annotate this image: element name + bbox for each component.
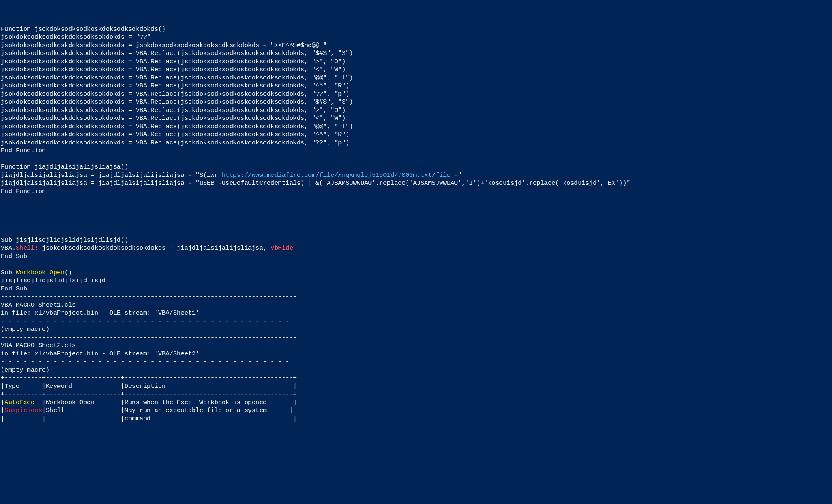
- code-segment: End Function: [1, 188, 46, 195]
- code-segment: AutoExec: [5, 399, 35, 406]
- code-segment: Sub: [1, 269, 16, 276]
- terminal-line: (empty macro): [1, 366, 831, 375]
- terminal-line: End Sub: [1, 253, 831, 261]
- terminal-line: [1, 220, 831, 228]
- terminal-line: Sub Workbook_Open(): [1, 269, 831, 277]
- code-segment: jiajdljalsijalijsliajsa = jiajdljalsijal…: [1, 172, 222, 179]
- code-segment: (empty macro): [1, 326, 50, 333]
- code-segment: |Workbook_Open |Runs when the Excel Work…: [35, 399, 297, 406]
- terminal-line: jsokdoksodksodkoskdoksodksokdokds = VBA.…: [1, 50, 831, 58]
- code-segment: Shell!: [16, 245, 38, 252]
- terminal-line: - - - - - - - - - - - - - - - - - - - - …: [1, 358, 831, 366]
- code-segment: jiajdljalsijalijsliajsa = jiajdljalsijal…: [1, 180, 630, 187]
- terminal-line: ----------------------------------------…: [1, 293, 831, 301]
- code-segment: | | |command |: [1, 415, 297, 422]
- code-segment: VBA MACRO Sheet2.cls: [1, 342, 76, 349]
- code-segment: jsokdoksodksodkoskdoksodksokdokds = VBA.…: [1, 115, 345, 122]
- code-segment: jsokdoksodksodkoskdoksodksokdokds + jiaj…: [38, 245, 271, 252]
- terminal-output: Function jsokdoksodksodkoskdoksodksokdok…: [1, 25, 831, 423]
- terminal-line: [1, 196, 831, 204]
- terminal-line: | | |command |: [1, 415, 831, 423]
- code-segment: jsokdoksodksodkoskdoksodksokdokds = VBA.…: [1, 82, 349, 89]
- code-segment: jsokdoksodksodkoskdoksodksokdokds = VBA.…: [1, 66, 345, 73]
- code-segment: ----------------------------------------…: [1, 334, 297, 341]
- code-segment: VBA.: [1, 245, 16, 252]
- terminal-line: |Suspicious|Shell |May run an executable…: [1, 407, 831, 415]
- terminal-line: |AutoExec |Workbook_Open |Runs when the …: [1, 399, 831, 407]
- terminal-line: End Function: [1, 147, 831, 155]
- terminal-line: VBA.Shell! jsokdoksodksodkoskdoksodksokd…: [1, 244, 831, 253]
- code-segment: jsokdoksodksodkoskdoksodksokdokds = VBA.…: [1, 91, 349, 98]
- terminal-line: [1, 261, 831, 269]
- code-segment: jsokdoksodksodkoskdoksodksokdokds = VBA.…: [1, 74, 353, 82]
- code-segment: jsokdoksodksodkoskdoksodksokdokds = VBA.…: [1, 107, 345, 114]
- terminal-line: jsokdoksodksodkoskdoksodksokdokds = VBA.…: [1, 74, 831, 82]
- terminal-line: [1, 228, 831, 236]
- code-segment: |: [1, 399, 5, 406]
- code-segment: End Function: [1, 147, 46, 154]
- terminal-line: jsokdoksodksodkoskdoksodksokdokds = VBA.…: [1, 107, 831, 115]
- terminal-line: +----------+--------------------+-------…: [1, 374, 831, 382]
- terminal-line: jsokdoksodksodkoskdoksodksokdokds = VBA.…: [1, 82, 831, 90]
- terminal-line: jiajdljalsijalijsliajsa = jiajdljalsijal…: [1, 171, 831, 180]
- terminal-line: (empty macro): [1, 325, 831, 334]
- terminal-line: jsokdoksodksodkoskdoksodksokdokds = jsok…: [1, 42, 831, 50]
- terminal-line: jsokdoksodksodkoskdoksodksokdokds = VBA.…: [1, 58, 831, 66]
- terminal-line: jsokdoksodksodkoskdoksodksokdokds = VBA.…: [1, 114, 831, 123]
- code-segment: jsokdoksodksodkoskdoksodksokdokds = VBA.…: [1, 99, 353, 106]
- code-segment: Workbook_Open: [16, 269, 65, 276]
- code-segment: jsokdoksodksodkoskdoksodksokdokds = VBA.…: [1, 50, 353, 57]
- code-segment: - - - - - - - - - - - - - - - - - - - - …: [1, 358, 293, 365]
- code-segment: in file: xl/vbaProject.bin - OLE stream:…: [1, 310, 199, 317]
- terminal-line: jisjlisdjlidjslidjlsijdlisjd: [1, 277, 831, 285]
- terminal-line: in file: xl/vbaProject.bin - OLE stream:…: [1, 309, 831, 318]
- code-segment: jsokdoksodksodkoskdoksodksokdokds = jsok…: [1, 42, 327, 49]
- terminal-line: [1, 204, 831, 212]
- code-segment: -": [450, 172, 462, 179]
- terminal-line: Function jsokdoksodksodkoskdoksodksokdok…: [1, 25, 831, 34]
- code-segment: jsokdoksodksodkoskdoksodksokdokds = VBA.…: [1, 131, 349, 138]
- terminal-line: Sub jisjlisdjlidjslidjlsijdlisjd(): [1, 236, 831, 245]
- code-segment: |: [1, 407, 5, 414]
- terminal-line: jsokdoksodksodkoskdoksodksokdokds = VBA.…: [1, 66, 831, 74]
- terminal-line: VBA MACRO Sheet2.cls: [1, 342, 831, 350]
- code-segment: - - - - - - - - - - - - - - - - - - - - …: [1, 318, 293, 325]
- terminal-line: in file: xl/vbaProject.bin - OLE stream:…: [1, 350, 831, 358]
- terminal-line: End Sub: [1, 285, 831, 293]
- terminal-line: jsokdoksodksodkoskdoksodksokdokds = VBA.…: [1, 139, 831, 147]
- terminal-line: VBA MACRO Sheet1.cls: [1, 301, 831, 310]
- terminal-line: jiajdljalsijalijsliajsa = jiajdljalsijal…: [1, 179, 831, 188]
- code-segment: jsokdoksodksodkoskdoksodksokdokds = "??": [1, 34, 151, 41]
- code-segment: |Shell |May run an executable file or a …: [42, 407, 293, 414]
- terminal-line: jsokdoksodksodkoskdoksodksokdokds = VBA.…: [1, 131, 831, 139]
- code-segment: vbHide: [271, 245, 293, 252]
- terminal-line: [1, 155, 831, 164]
- code-segment: jsokdoksodksodkoskdoksodksokdokds = VBA.…: [1, 139, 349, 146]
- code-segment: End Sub: [1, 286, 27, 293]
- code-segment: End Sub: [1, 253, 27, 260]
- terminal-line: - - - - - - - - - - - - - - - - - - - - …: [1, 318, 831, 326]
- terminal-line: [1, 212, 831, 220]
- code-segment: jsokdoksodksodkoskdoksodksokdokds = VBA.…: [1, 58, 345, 65]
- terminal-line: End Function: [1, 188, 831, 196]
- code-segment: jsokdoksodksodkoskdoksodksokdokds = VBA.…: [1, 123, 353, 130]
- terminal-line: jsokdoksodksodkoskdoksodksokdokds = "??": [1, 33, 831, 42]
- code-segment: Function jiajdljalsijalijsliajsa(): [1, 164, 128, 171]
- code-segment: ----------------------------------------…: [1, 293, 297, 300]
- terminal-line: jsokdoksodksodkoskdoksodksokdokds = VBA.…: [1, 98, 831, 107]
- code-segment: |Type |Keyword |Description |: [1, 383, 297, 390]
- code-segment: Suspicious: [5, 407, 42, 414]
- code-segment: Function jsokdoksodksodkoskdoksodksokdok…: [1, 26, 166, 33]
- terminal-line: +----------+--------------------+-------…: [1, 390, 831, 399]
- code-segment: VBA MACRO Sheet1.cls: [1, 302, 76, 309]
- terminal-line: jsokdoksodksodkoskdoksodksokdokds = VBA.…: [1, 123, 831, 131]
- code-segment: jisjlisdjlidjslidjlsijdlisjd: [1, 277, 106, 284]
- code-segment: in file: xl/vbaProject.bin - OLE stream:…: [1, 350, 199, 358]
- code-segment: (): [65, 269, 72, 276]
- terminal-line: Function jiajdljalsijalijsliajsa(): [1, 163, 831, 171]
- terminal-line: ----------------------------------------…: [1, 334, 831, 342]
- terminal-line: jsokdoksodksodkoskdoksodksokdokds = VBA.…: [1, 90, 831, 99]
- terminal-line: |Type |Keyword |Description |: [1, 382, 831, 391]
- code-segment: (empty macro): [1, 367, 50, 374]
- code-segment: +----------+--------------------+-------…: [1, 375, 297, 382]
